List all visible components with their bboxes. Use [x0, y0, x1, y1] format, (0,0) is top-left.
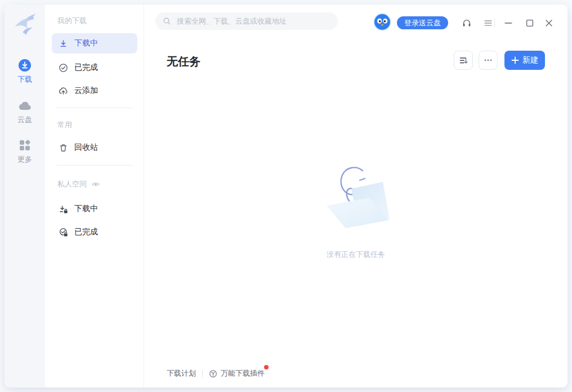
section-header-label: 常用	[57, 120, 72, 130]
left-rail: 下载 云盘 更多	[5, 5, 45, 387]
empty-folder-illustration	[319, 164, 393, 233]
notification-dot	[264, 365, 269, 369]
section-header-label: 我的下载	[57, 16, 87, 26]
sidebar-item-label: 下载中	[74, 204, 98, 214]
sidebar-item-label: 已完成	[74, 63, 98, 73]
rail-item-label: 更多	[5, 154, 45, 164]
sidebar-item-recycle-bin[interactable]: 回收站	[52, 137, 137, 158]
sidebar-item-downloading[interactable]: 下载中	[52, 33, 137, 54]
page-title: 无任务	[167, 54, 200, 69]
grid-icon	[18, 139, 32, 152]
plus-icon	[511, 56, 519, 64]
empty-state: 没有正在下载任务	[144, 164, 567, 260]
section-header-label: 私人空间	[57, 179, 87, 189]
rail-item-label: 下载	[5, 74, 45, 84]
download-plan-link[interactable]: 下载计划	[167, 368, 196, 378]
download-lock-icon	[59, 204, 68, 214]
support-headset-icon[interactable]	[462, 18, 472, 28]
maximize-icon[interactable]	[525, 18, 535, 28]
login-button[interactable]: 登录送云盘	[397, 16, 448, 29]
app-window: 下载 云盘 更多 我的下载 下载中	[5, 5, 567, 387]
download-plan-label: 下载计划	[167, 368, 196, 378]
empty-message: 没有正在下载任务	[144, 250, 567, 260]
rail-item-download[interactable]: 下载	[5, 59, 45, 84]
menu-icon[interactable]	[483, 18, 493, 28]
check-circle-icon	[59, 63, 68, 73]
sidebar: 我的下载 下载中 已完成 云添加 常用	[45, 5, 144, 387]
close-icon[interactable]	[544, 18, 554, 28]
sidebar-section-header: 我的下载	[57, 16, 87, 25]
download-icon	[59, 39, 68, 48]
plugin-label: 万能下载插件	[221, 368, 265, 378]
sidebar-section-header: 常用	[57, 121, 72, 130]
sidebar-item-label: 下载中	[74, 38, 98, 48]
search-bar[interactable]	[155, 12, 338, 30]
sidebar-item-label: 云添加	[74, 86, 98, 96]
trash-icon	[59, 143, 68, 153]
rail-item-cloud-drive[interactable]: 云盘	[5, 99, 45, 125]
eye-icon[interactable]	[91, 180, 100, 189]
search-input[interactable]	[176, 16, 330, 26]
rail-item-more[interactable]: 更多	[5, 139, 45, 164]
sidebar-divider	[56, 165, 132, 166]
footer-bar: 下载计划 万能下载插件	[167, 368, 265, 378]
footer-divider	[202, 370, 203, 377]
sidebar-divider	[56, 108, 132, 108]
download-circle-icon	[18, 59, 32, 72]
more-options-button[interactable]	[479, 51, 498, 70]
cloud-icon	[18, 99, 32, 113]
plugin-link[interactable]: 万能下载插件	[209, 368, 265, 378]
sort-button[interactable]	[454, 51, 473, 70]
sidebar-item-label: 已完成	[74, 227, 98, 237]
sidebar-item-label: 回收站	[74, 142, 98, 153]
sidebar-item-completed[interactable]: 已完成	[52, 57, 137, 78]
main-panel: 登录送云盘 无任务	[144, 5, 567, 387]
thunder-bird-logo-icon	[12, 11, 37, 36]
minimize-icon[interactable]	[503, 18, 513, 28]
penguin-avatar[interactable]	[373, 13, 391, 31]
sort-list-icon	[458, 55, 468, 65]
topbar-divider	[494, 19, 495, 27]
ellipsis-icon	[483, 55, 493, 65]
sidebar-section-header-private: 私人空间	[57, 180, 100, 189]
new-task-button-label: 新建	[522, 55, 538, 65]
sidebar-item-cloud-add[interactable]: 云添加	[52, 81, 137, 101]
rail-item-label: 云盘	[5, 115, 45, 125]
check-lock-icon	[59, 228, 68, 237]
new-task-button[interactable]: 新建	[504, 51, 545, 70]
sidebar-item-private-downloading[interactable]: 下载中	[52, 199, 137, 219]
plugin-icon	[209, 369, 217, 378]
search-icon	[163, 17, 171, 25]
sidebar-item-private-completed[interactable]: 已完成	[52, 222, 137, 242]
cloud-upload-icon	[59, 86, 68, 96]
